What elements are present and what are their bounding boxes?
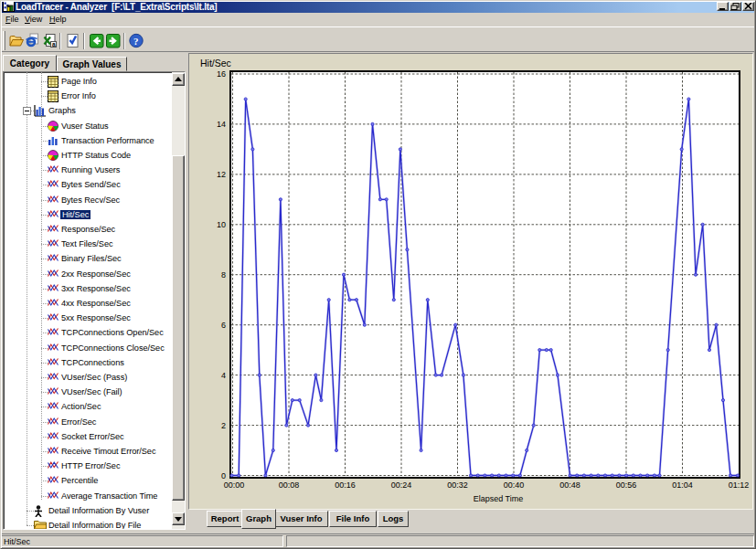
- svg-text:00:00: 00:00: [224, 480, 245, 490]
- svg-text:00:24: 00:24: [391, 480, 412, 490]
- svg-text:00:08: 00:08: [279, 480, 300, 490]
- svg-text:2: 2: [221, 421, 226, 430]
- svg-text:10: 10: [217, 220, 226, 229]
- svg-text:00:16: 00:16: [335, 480, 356, 490]
- svg-text:00:32: 00:32: [447, 480, 468, 490]
- svg-text:14: 14: [217, 120, 226, 129]
- svg-text:00:40: 00:40: [504, 480, 525, 490]
- svg-text:01:04: 01:04: [672, 480, 693, 490]
- svg-text:4: 4: [221, 371, 226, 380]
- svg-text:12: 12: [217, 170, 226, 179]
- svg-text:Elapsed Time: Elapsed Time: [474, 494, 524, 503]
- svg-text:01:12: 01:12: [729, 480, 750, 490]
- svg-text:8: 8: [221, 270, 226, 280]
- svg-text:Hit/Sec: Hit/Sec: [200, 58, 231, 69]
- svg-text:6: 6: [221, 321, 226, 330]
- svg-text:16: 16: [217, 69, 226, 79]
- svg-text:00:56: 00:56: [616, 480, 637, 490]
- svg-text:00:48: 00:48: [559, 480, 580, 490]
- svg-text:0: 0: [221, 471, 226, 480]
